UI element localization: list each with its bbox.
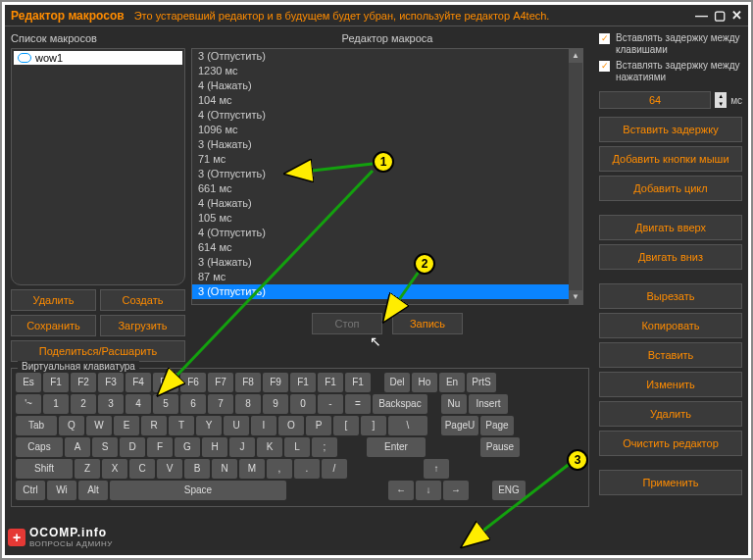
key-page[interactable]: Page — [480, 416, 514, 435]
key-prts[interactable]: PrtS — [467, 373, 496, 392]
key-↑[interactable]: ↑ — [424, 459, 449, 479]
macro-list[interactable]: wow1 — [11, 48, 185, 285]
key-t[interactable]: T — [169, 416, 194, 435]
copy-button[interactable]: Копировать — [599, 313, 742, 338]
key-pageu[interactable]: PageU — [441, 416, 478, 435]
key-v[interactable]: V — [157, 459, 182, 479]
editor-line[interactable]: 4 (Отпустить) — [192, 108, 569, 123]
key-o[interactable]: O — [278, 416, 304, 435]
editor-line[interactable]: 104 мс — [192, 93, 569, 108]
clear-editor-button[interactable]: Очистить редактор — [599, 431, 742, 456]
key-caps[interactable]: Caps — [16, 437, 63, 457]
move-up-button[interactable]: Двигать вверх — [599, 215, 742, 240]
key-z[interactable]: Z — [75, 459, 100, 479]
key-f3[interactable]: F3 — [98, 373, 124, 392]
key-ho[interactable]: Ho — [412, 373, 437, 392]
key-c[interactable]: C — [129, 459, 155, 479]
key-,[interactable]: , — [267, 459, 292, 479]
create-macro-button[interactable]: Создать — [100, 289, 185, 311]
key-insert[interactable]: Insert — [469, 394, 508, 414]
record-button[interactable]: Запись — [392, 313, 463, 334]
key-ctrl[interactable]: Ctrl — [16, 481, 45, 500]
editor-line[interactable]: 4 (Нажать) — [192, 78, 569, 93]
maximize-button[interactable]: ▢ — [714, 8, 726, 23]
save-macro-button[interactable]: Сохранить — [11, 315, 96, 336]
load-macro-button[interactable]: Загрузить — [100, 315, 185, 336]
key-f2[interactable]: F2 — [71, 373, 96, 392]
editor-line[interactable]: 105 мс — [192, 211, 569, 226]
key-en[interactable]: En — [439, 373, 465, 392]
key-j[interactable]: J — [229, 437, 255, 457]
key-5[interactable]: 5 — [153, 394, 178, 414]
key-a[interactable]: A — [65, 437, 90, 457]
key-↓[interactable]: ↓ — [416, 481, 441, 500]
key-f1[interactable]: F1 — [345, 373, 371, 392]
key-s[interactable]: S — [92, 437, 118, 457]
key-6[interactable]: 6 — [180, 394, 206, 414]
key-q[interactable]: Q — [59, 416, 84, 435]
key-pause[interactable]: Pause — [480, 437, 520, 457]
key-shift[interactable]: Shift — [16, 459, 73, 479]
key-1[interactable]: 1 — [43, 394, 69, 414]
key-;[interactable]: ; — [312, 437, 337, 457]
key-i[interactable]: I — [251, 416, 276, 435]
insert-delay-button[interactable]: Вставить задержку — [599, 117, 742, 142]
key-u[interactable]: U — [224, 416, 249, 435]
delay-input[interactable]: 64 — [599, 91, 711, 109]
editor-line[interactable]: 4 (Нажать) — [192, 196, 569, 211]
key-b[interactable]: B — [184, 459, 210, 479]
spin-up-icon[interactable]: ▲ — [715, 92, 727, 100]
key--[interactable]: - — [318, 394, 343, 414]
key-l[interactable]: L — [284, 437, 310, 457]
key-r[interactable]: R — [141, 416, 167, 435]
key-f6[interactable]: F6 — [180, 373, 206, 392]
key-.[interactable]: . — [294, 459, 320, 479]
delay-between-keys-checkbox[interactable]: ✓ Вставлять задержку между клавишами — [599, 32, 742, 56]
key-[[interactable]: [ — [333, 416, 359, 435]
key-g[interactable]: G — [175, 437, 200, 457]
delay-spinner[interactable]: ▲ ▼ — [715, 92, 727, 108]
key-f9[interactable]: F9 — [263, 373, 288, 392]
delay-between-presses-checkbox[interactable]: ✓ Вставлять задержку между нажатиями — [599, 60, 742, 83]
key-←[interactable]: ← — [388, 481, 414, 500]
key-f4[interactable]: F4 — [126, 373, 151, 392]
editor-line[interactable]: 4 (Отпустить) — [192, 226, 569, 240]
key-m[interactable]: M — [239, 459, 265, 479]
key-f[interactable]: F — [147, 437, 173, 457]
key-eng[interactable]: ENG — [492, 481, 526, 500]
key-h[interactable]: H — [202, 437, 227, 457]
cut-button[interactable]: Вырезать — [599, 283, 742, 309]
key-enter[interactable]: Enter — [367, 437, 426, 457]
key-7[interactable]: 7 — [208, 394, 233, 414]
editor-line[interactable]: 614 мс — [192, 240, 569, 255]
key-nu[interactable]: Nu — [441, 394, 467, 414]
add-mouse-button[interactable]: Добавить кнопки мыши — [599, 146, 742, 172]
key-space[interactable]: Space — [110, 481, 286, 500]
key-x[interactable]: X — [102, 459, 127, 479]
macro-item[interactable]: wow1 — [14, 51, 182, 65]
key-e[interactable]: E — [114, 416, 139, 435]
key-y[interactable]: Y — [196, 416, 222, 435]
add-cycle-button[interactable]: Добавить цикл — [599, 176, 742, 201]
key-wi[interactable]: Wi — [47, 481, 76, 500]
key-n[interactable]: N — [212, 459, 237, 479]
key-0[interactable]: 0 — [290, 394, 316, 414]
key-→[interactable]: → — [443, 481, 469, 500]
key-8[interactable]: 8 — [235, 394, 261, 414]
key-2[interactable]: 2 — [71, 394, 96, 414]
editor-line[interactable]: 3 (Нажать) — [192, 255, 569, 270]
editor-line[interactable]: 1230 мс — [192, 64, 569, 78]
key-tab[interactable]: Tab — [16, 416, 57, 435]
key-k[interactable]: K — [257, 437, 282, 457]
key-f1[interactable]: F1 — [290, 373, 316, 392]
key-4[interactable]: 4 — [126, 394, 151, 414]
editor-line[interactable]: 1096 мс — [192, 123, 569, 137]
key-'~[interactable]: '~ — [16, 394, 41, 414]
key-f1[interactable]: F1 — [43, 373, 69, 392]
macro-editor[interactable]: 3 (Отпустить)1230 мс4 (Нажать)104 мс4 (О… — [191, 48, 583, 305]
paste-button[interactable]: Вставить — [599, 342, 742, 368]
key-alt[interactable]: Alt — [78, 481, 108, 500]
spin-down-icon[interactable]: ▼ — [715, 100, 727, 108]
share-button[interactable]: Поделиться/Расшарить — [11, 340, 185, 362]
move-down-button[interactable]: Двигать вниз — [599, 244, 742, 270]
